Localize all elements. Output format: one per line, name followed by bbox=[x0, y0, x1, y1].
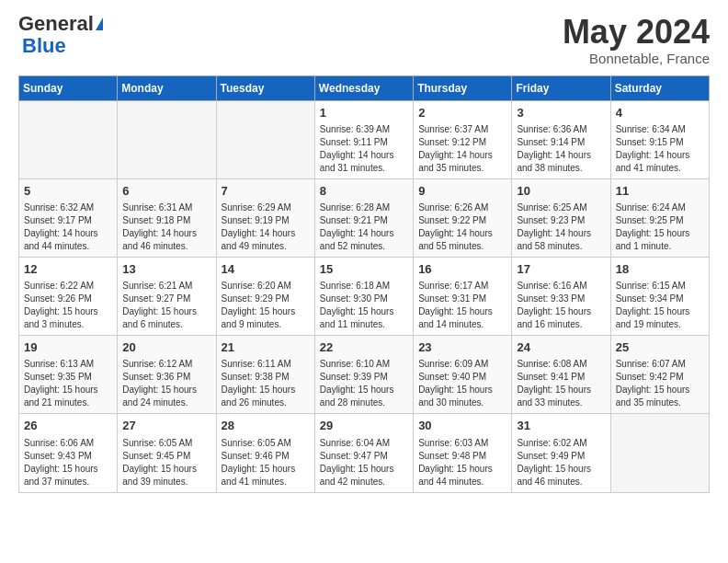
day-info: Sunrise: 6:08 AM Sunset: 9:41 PM Dayligh… bbox=[517, 358, 605, 409]
day-number: 9 bbox=[418, 183, 506, 200]
logo-blue: Blue bbox=[22, 34, 66, 57]
calendar-week-row: 12Sunrise: 6:22 AM Sunset: 9:26 PM Dayli… bbox=[19, 257, 710, 335]
day-info: Sunrise: 6:28 AM Sunset: 9:21 PM Dayligh… bbox=[320, 201, 408, 253]
day-info: Sunrise: 6:09 AM Sunset: 9:40 PM Dayligh… bbox=[418, 358, 506, 409]
location-label: Bonnetable, France bbox=[563, 51, 710, 66]
page-header: General Blue May 2024 Bonnetable, France bbox=[18, 14, 710, 66]
calendar-cell: 10Sunrise: 6:25 AM Sunset: 9:23 PM Dayli… bbox=[512, 178, 610, 257]
calendar-week-row: 5Sunrise: 6:32 AM Sunset: 9:17 PM Daylig… bbox=[19, 178, 710, 257]
day-info: Sunrise: 6:12 AM Sunset: 9:36 PM Dayligh… bbox=[122, 358, 210, 409]
day-info: Sunrise: 6:06 AM Sunset: 9:43 PM Dayligh… bbox=[24, 437, 112, 488]
day-number: 30 bbox=[418, 418, 506, 434]
day-info: Sunrise: 6:05 AM Sunset: 9:45 PM Dayligh… bbox=[122, 437, 210, 488]
calendar-cell: 13Sunrise: 6:21 AM Sunset: 9:27 PM Dayli… bbox=[118, 257, 216, 335]
day-number: 23 bbox=[418, 339, 506, 356]
calendar-week-row: 1Sunrise: 6:39 AM Sunset: 9:11 PM Daylig… bbox=[19, 100, 710, 178]
calendar-cell: 15Sunrise: 6:18 AM Sunset: 9:30 PM Dayli… bbox=[314, 257, 413, 335]
calendar-week-row: 26Sunrise: 6:06 AM Sunset: 9:43 PM Dayli… bbox=[19, 414, 710, 492]
day-info: Sunrise: 6:18 AM Sunset: 9:30 PM Dayligh… bbox=[320, 280, 408, 331]
calendar-cell bbox=[118, 100, 216, 178]
day-info: Sunrise: 6:17 AM Sunset: 9:31 PM Dayligh… bbox=[418, 280, 506, 331]
day-info: Sunrise: 6:29 AM Sunset: 9:19 PM Dayligh… bbox=[222, 201, 310, 253]
calendar-cell: 24Sunrise: 6:08 AM Sunset: 9:41 PM Dayli… bbox=[512, 336, 610, 414]
day-number: 26 bbox=[24, 418, 112, 434]
day-number: 2 bbox=[418, 105, 506, 121]
day-info: Sunrise: 6:20 AM Sunset: 9:29 PM Dayligh… bbox=[222, 280, 310, 331]
day-info: Sunrise: 6:04 AM Sunset: 9:47 PM Dayligh… bbox=[320, 437, 408, 488]
day-number: 11 bbox=[616, 183, 704, 200]
day-info: Sunrise: 6:24 AM Sunset: 9:25 PM Dayligh… bbox=[616, 201, 704, 253]
logo-triangle-icon bbox=[96, 17, 103, 30]
calendar-cell: 25Sunrise: 6:07 AM Sunset: 9:42 PM Dayli… bbox=[610, 336, 709, 414]
day-number: 22 bbox=[320, 339, 408, 356]
calendar-cell: 26Sunrise: 6:06 AM Sunset: 9:43 PM Dayli… bbox=[19, 414, 118, 492]
day-info: Sunrise: 6:25 AM Sunset: 9:23 PM Dayligh… bbox=[517, 201, 605, 253]
logo: General Blue bbox=[18, 14, 103, 58]
day-info: Sunrise: 6:39 AM Sunset: 9:11 PM Dayligh… bbox=[320, 123, 408, 175]
weekday-header-tuesday: Tuesday bbox=[216, 75, 314, 100]
weekday-header-sunday: Sunday bbox=[19, 75, 118, 100]
day-number: 6 bbox=[122, 183, 210, 200]
day-number: 12 bbox=[24, 261, 112, 278]
weekday-header-thursday: Thursday bbox=[414, 75, 512, 100]
calendar-cell bbox=[610, 414, 709, 492]
calendar-cell: 4Sunrise: 6:34 AM Sunset: 9:15 PM Daylig… bbox=[610, 100, 709, 178]
calendar-cell bbox=[19, 100, 118, 178]
calendar-cell: 3Sunrise: 6:36 AM Sunset: 9:14 PM Daylig… bbox=[512, 100, 610, 178]
day-number: 19 bbox=[24, 339, 112, 356]
day-info: Sunrise: 6:26 AM Sunset: 9:22 PM Dayligh… bbox=[418, 201, 506, 253]
month-year-title: May 2024 bbox=[563, 14, 710, 51]
day-info: Sunrise: 6:22 AM Sunset: 9:26 PM Dayligh… bbox=[24, 280, 112, 331]
calendar-cell: 19Sunrise: 6:13 AM Sunset: 9:35 PM Dayli… bbox=[19, 336, 118, 414]
calendar-cell: 5Sunrise: 6:32 AM Sunset: 9:17 PM Daylig… bbox=[19, 178, 118, 257]
day-number: 7 bbox=[222, 183, 310, 200]
day-number: 25 bbox=[616, 339, 704, 356]
day-number: 24 bbox=[517, 339, 605, 356]
day-number: 14 bbox=[222, 261, 310, 278]
calendar-cell: 14Sunrise: 6:20 AM Sunset: 9:29 PM Dayli… bbox=[216, 257, 314, 335]
day-number: 1 bbox=[320, 105, 408, 121]
day-number: 3 bbox=[517, 105, 605, 121]
calendar-cell: 20Sunrise: 6:12 AM Sunset: 9:36 PM Dayli… bbox=[118, 336, 216, 414]
logo-general: General bbox=[18, 14, 94, 34]
weekday-header-row: SundayMondayTuesdayWednesdayThursdayFrid… bbox=[19, 75, 710, 100]
day-info: Sunrise: 6:21 AM Sunset: 9:27 PM Dayligh… bbox=[122, 280, 210, 331]
day-info: Sunrise: 6:16 AM Sunset: 9:33 PM Dayligh… bbox=[517, 280, 605, 331]
day-info: Sunrise: 6:02 AM Sunset: 9:49 PM Dayligh… bbox=[517, 437, 605, 488]
day-number: 15 bbox=[320, 261, 408, 278]
calendar-cell: 1Sunrise: 6:39 AM Sunset: 9:11 PM Daylig… bbox=[314, 100, 413, 178]
calendar-cell: 29Sunrise: 6:04 AM Sunset: 9:47 PM Dayli… bbox=[314, 414, 413, 492]
day-info: Sunrise: 6:11 AM Sunset: 9:38 PM Dayligh… bbox=[222, 358, 310, 409]
calendar-cell: 17Sunrise: 6:16 AM Sunset: 9:33 PM Dayli… bbox=[512, 257, 610, 335]
day-number: 13 bbox=[122, 261, 210, 278]
day-info: Sunrise: 6:34 AM Sunset: 9:15 PM Dayligh… bbox=[616, 123, 704, 175]
calendar-cell: 28Sunrise: 6:05 AM Sunset: 9:46 PM Dayli… bbox=[216, 414, 314, 492]
calendar-cell: 12Sunrise: 6:22 AM Sunset: 9:26 PM Dayli… bbox=[19, 257, 118, 335]
day-number: 8 bbox=[320, 183, 408, 200]
calendar-cell: 31Sunrise: 6:02 AM Sunset: 9:49 PM Dayli… bbox=[512, 414, 610, 492]
day-number: 29 bbox=[320, 418, 408, 434]
calendar-cell: 8Sunrise: 6:28 AM Sunset: 9:21 PM Daylig… bbox=[314, 178, 413, 257]
day-info: Sunrise: 6:32 AM Sunset: 9:17 PM Dayligh… bbox=[24, 201, 112, 253]
logo-text: General bbox=[18, 14, 103, 34]
calendar-cell: 22Sunrise: 6:10 AM Sunset: 9:39 PM Dayli… bbox=[314, 336, 413, 414]
calendar-cell: 11Sunrise: 6:24 AM Sunset: 9:25 PM Dayli… bbox=[610, 178, 709, 257]
day-number: 20 bbox=[122, 339, 210, 356]
calendar-cell: 27Sunrise: 6:05 AM Sunset: 9:45 PM Dayli… bbox=[118, 414, 216, 492]
day-number: 10 bbox=[517, 183, 605, 200]
calendar-cell: 30Sunrise: 6:03 AM Sunset: 9:48 PM Dayli… bbox=[414, 414, 512, 492]
calendar-cell: 18Sunrise: 6:15 AM Sunset: 9:34 PM Dayli… bbox=[610, 257, 709, 335]
day-number: 27 bbox=[122, 418, 210, 434]
day-info: Sunrise: 6:31 AM Sunset: 9:18 PM Dayligh… bbox=[122, 201, 210, 253]
calendar-cell: 9Sunrise: 6:26 AM Sunset: 9:22 PM Daylig… bbox=[414, 178, 512, 257]
calendar-cell: 23Sunrise: 6:09 AM Sunset: 9:40 PM Dayli… bbox=[414, 336, 512, 414]
day-number: 21 bbox=[222, 339, 310, 356]
calendar-cell bbox=[216, 100, 314, 178]
day-info: Sunrise: 6:13 AM Sunset: 9:35 PM Dayligh… bbox=[24, 358, 112, 409]
day-info: Sunrise: 6:10 AM Sunset: 9:39 PM Dayligh… bbox=[320, 358, 408, 409]
day-info: Sunrise: 6:36 AM Sunset: 9:14 PM Dayligh… bbox=[517, 123, 605, 175]
title-block: May 2024 Bonnetable, France bbox=[563, 14, 710, 66]
day-number: 31 bbox=[517, 418, 605, 434]
calendar-cell: 2Sunrise: 6:37 AM Sunset: 9:12 PM Daylig… bbox=[414, 100, 512, 178]
day-number: 5 bbox=[24, 183, 112, 200]
